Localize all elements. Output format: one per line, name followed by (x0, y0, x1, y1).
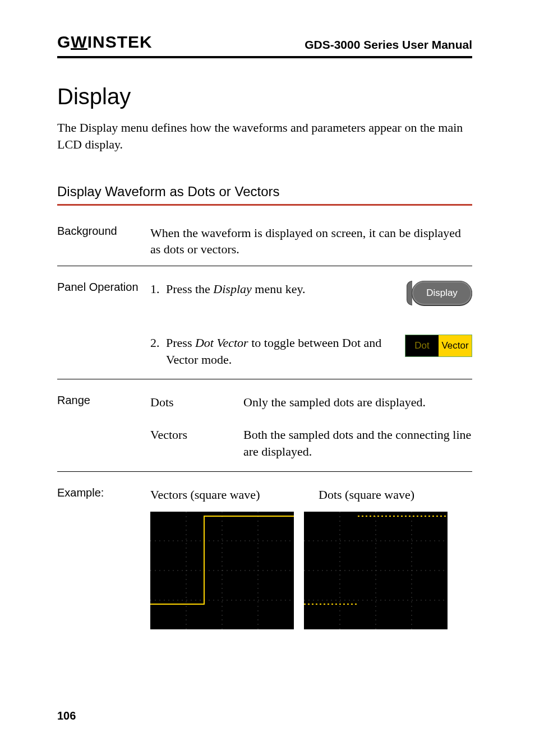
example-caption-dots: Dots (square wave) (319, 486, 414, 503)
softkey-dot: Dot (405, 335, 439, 356)
header-rule (57, 56, 472, 58)
subsection-title: Display Waveform as Dots or Vectors (57, 184, 472, 204)
doc-title: GDS-3000 Series User Manual (305, 38, 472, 52)
range-desc: Only the sampled dots are displayed. (243, 394, 472, 411)
range-term: Vectors (150, 426, 243, 460)
page-number: 106 (57, 709, 76, 722)
background-label: Background (57, 225, 150, 238)
step-num: 2. (150, 335, 166, 351)
brand-logo: GWINSTEK (57, 33, 153, 52)
scope-dots (304, 512, 448, 629)
divider (57, 471, 472, 472)
step-num: 1. (150, 281, 166, 298)
dot-vector-softkey[interactable]: Dot Vector (405, 335, 472, 357)
example-label: Example: (57, 486, 150, 499)
example-caption-vectors: Vectors (square wave) (150, 486, 319, 503)
scope-vectors (150, 512, 294, 629)
display-key[interactable]: Display (412, 281, 472, 305)
background-text: When the waveform is displayed on screen… (150, 225, 472, 258)
range-desc: Both the sampled dots and the connecting… (243, 426, 472, 460)
range-label: Range (57, 394, 150, 407)
divider (57, 266, 472, 266)
accent-rule (57, 204, 472, 206)
range-term: Dots (150, 394, 243, 411)
section-intro: The Display menu defines how the wavefor… (57, 119, 472, 154)
step-text: Press Dot Vector to toggle between Dot a… (166, 335, 394, 368)
step-text: Press the Display menu key. (166, 281, 394, 298)
divider (57, 379, 472, 379)
softkey-vector: Vector (439, 335, 472, 356)
panel-operation-label: Panel Operation (57, 281, 150, 294)
section-title: Display (57, 84, 472, 109)
